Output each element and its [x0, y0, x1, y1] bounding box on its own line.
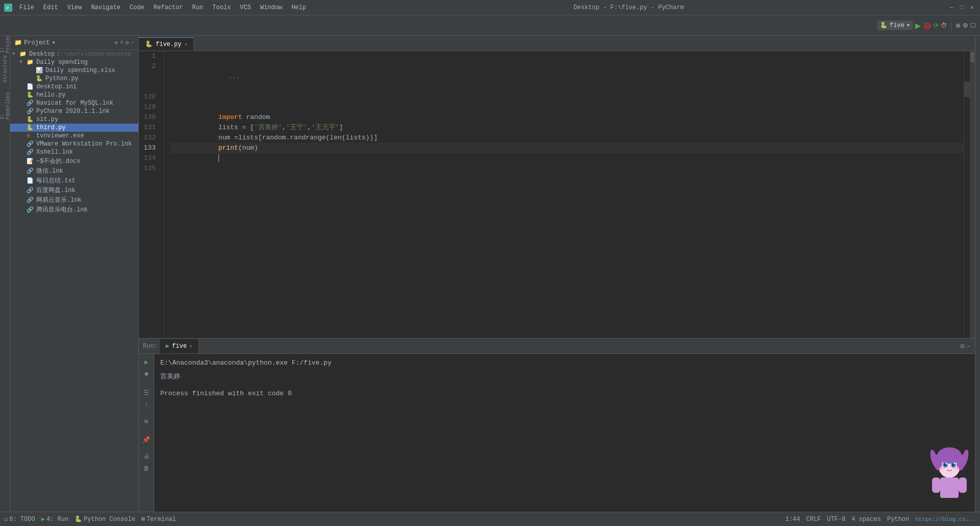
branch-indicator[interactable]: Python	[887, 516, 909, 523]
maximize-button[interactable]: □	[958, 4, 966, 12]
project-sidebar-toggle[interactable]: 1: Project	[1, 38, 10, 47]
favorites-toggle[interactable]: 2: Favorites	[1, 101, 10, 110]
project-minimize-btn[interactable]: –	[131, 39, 134, 46]
project-header-title: 📁 Project ▾	[14, 39, 56, 46]
run-pin-btn[interactable]: 📌	[141, 435, 152, 445]
run-tab-five[interactable]: ▶ five ✕	[160, 339, 199, 353]
title-bar-menu: File Edit View Navigate Code Refactor Ru…	[15, 3, 310, 12]
tree-item-sit-py[interactable]: 🐍 sit.py	[10, 115, 138, 124]
tree-item-docx[interactable]: 📝 ~$不会的.docx	[10, 156, 138, 166]
project-settings-btn[interactable]: ⚙	[126, 39, 129, 46]
python-console-btn[interactable]: 🐍 Python Console	[75, 515, 135, 523]
right-scrollbar[interactable]	[970, 51, 975, 338]
locate-file-btn[interactable]: ⊕	[115, 39, 118, 46]
tree-item-tvnviewer[interactable]: ⚙ tvnviewer.exe	[10, 132, 138, 140]
layout-button[interactable]: ☐	[970, 22, 976, 29]
title-bar: P File Edit View Navigate Code Refactor …	[0, 0, 980, 15]
menu-tools[interactable]: Tools	[208, 3, 235, 12]
run-minimize-btn[interactable]: –	[967, 342, 971, 350]
minimize-button[interactable]: ─	[947, 4, 955, 12]
line-num-132: 132	[139, 133, 160, 143]
run-expand-btn[interactable]: ⊞	[141, 416, 152, 426]
crlf-indicator[interactable]: CRLF	[806, 516, 821, 523]
run-dump-btn[interactable]: ☰	[141, 388, 152, 398]
tree-item-desktop-ini[interactable]: 📄 desktop.ini	[10, 83, 138, 91]
line-num-1: 1	[139, 51, 160, 61]
run-config-selector[interactable]: 🐍 five ▾	[877, 20, 913, 30]
project-icon: 📁	[14, 39, 22, 46]
debug-button[interactable]: 🐞	[923, 21, 932, 30]
run-bottom-icon: ▶	[41, 515, 45, 523]
tree-item-daily-txt[interactable]: 📄 每日总结.txt	[10, 176, 138, 185]
tree-item-pycharm-lnk[interactable]: 🔗 PyCharm 2020.1.1.lnk	[10, 107, 138, 115]
tree-item-xshell-lnk[interactable]: 🔗 Xshell.lnk	[10, 148, 138, 156]
run-sort-btn[interactable]: ↕	[141, 400, 152, 410]
terminal-btn[interactable]: ⊞ Terminal	[141, 515, 176, 523]
tree-item-hello-py[interactable]: 🐍 hello.py	[10, 91, 138, 99]
menu-view[interactable]: View	[63, 3, 86, 12]
todo-label: 6: TODO	[9, 516, 35, 523]
menu-edit[interactable]: Edit	[39, 3, 62, 12]
tree-item-vmware-lnk[interactable]: 🔗 VMware Workstation Pro.lnk	[10, 140, 138, 148]
tree-item-daily-spending[interactable]: ▼ 📁 Daily spending	[10, 58, 138, 66]
charset-indicator[interactable]: UTF-8	[827, 516, 845, 523]
editor-area: 🐍 five.py ✕ 1 2 128 129 130 131 132 133 …	[139, 36, 975, 512]
tab-close-btn[interactable]: ✕	[184, 41, 187, 47]
code-line-134	[170, 153, 964, 163]
menu-help[interactable]: Help	[287, 3, 310, 12]
line-num-130: 130	[139, 112, 160, 123]
line-col-indicator[interactable]: 1:44	[786, 516, 800, 523]
project-tree: ▼ 📁 Desktop C:\Users\33066\Desktop ▼ 📁 D…	[10, 50, 138, 512]
project-panel: 📁 Project ▾ ⊕ ≡ ⚙ – ▼ 📁 Desktop	[10, 36, 139, 512]
tab-icon: 🐍	[145, 40, 153, 48]
minimap-thumb[interactable]	[964, 82, 970, 97]
run-content: ▶ ■ ☰ ↕ ⊞ 📌 🖨 🗑 E:\Anaconda	[139, 354, 975, 512]
run-settings-btn[interactable]: ⚙	[960, 342, 964, 350]
terminal-label: Terminal	[146, 516, 176, 523]
collapse-all-btn[interactable]: ≡	[120, 39, 124, 46]
tree-label-tvnviewer: tvnviewer.exe	[36, 132, 84, 139]
menu-file[interactable]: File	[15, 3, 38, 12]
tree-item-python-py[interactable]: 🐍 Python.py	[10, 75, 138, 83]
run-print-btn[interactable]: 🖨	[141, 451, 152, 461]
todo-btn[interactable]: ☑ 6: TODO	[4, 515, 35, 523]
menu-vcs[interactable]: VCS	[236, 3, 255, 12]
tree-item-desktop[interactable]: ▼ 📁 Desktop C:\Users\33066\Desktop	[10, 50, 138, 58]
tree-item-wechat-lnk[interactable]: 🔗 微信.lnk	[10, 166, 138, 176]
menu-navigate[interactable]: Navigate	[87, 3, 125, 12]
menu-code[interactable]: Code	[126, 3, 149, 12]
editor-tabs: 🐍 five.py ✕	[139, 36, 975, 51]
run-with-coverage-button[interactable]: ⟳	[934, 22, 939, 29]
tree-label-baidu: 百度网盘.lnk	[36, 186, 76, 195]
menu-window[interactable]: Window	[256, 3, 286, 12]
run-stop-btn[interactable]: ■	[141, 369, 152, 379]
git-button[interactable]: ⊕	[955, 22, 961, 29]
tree-label-daily-txt: 每日总结.txt	[36, 176, 76, 185]
tree-item-navicat-lnk[interactable]: 🔗 Navicat for MySQL.lnk	[10, 99, 138, 107]
run-btn[interactable]: ▶ 4: Run	[41, 515, 68, 523]
tree-item-netease-lnk[interactable]: 🔗 网易云音乐.lnk	[10, 195, 138, 205]
code-line-2: ...	[170, 61, 964, 71]
menu-run[interactable]: Run	[188, 3, 207, 12]
tree-item-third-py[interactable]: 🐍 third.py	[10, 124, 138, 132]
run-trash-btn[interactable]: 🗑	[141, 463, 152, 473]
project-dropdown-icon[interactable]: ▾	[52, 39, 55, 46]
indent-indicator[interactable]: 4 spaces	[851, 516, 881, 523]
code-content[interactable]: ... import random lists = ['宫美婷','王宁','王…	[164, 51, 964, 338]
code-line-129: import random	[170, 102, 964, 112]
run-tab-close[interactable]: ✕	[189, 343, 192, 349]
run-button[interactable]: ▶	[915, 21, 921, 30]
tab-five-py[interactable]: 🐍 five.py ✕	[139, 37, 194, 51]
close-button[interactable]: ✕	[968, 4, 976, 12]
settings-icon-top[interactable]: ⚙	[963, 22, 968, 29]
menu-refactor[interactable]: Refactor	[150, 3, 187, 12]
tree-item-baidu-lnk[interactable]: 🔗 百度网盘.lnk	[10, 185, 138, 195]
tree-item-tencent-lnk[interactable]: 🔗 腾讯音乐电台.lnk	[10, 205, 138, 214]
structure-sidebar-toggle[interactable]: Structure	[1, 64, 10, 74]
tree-label-third-py: third.py	[36, 124, 66, 131]
profile-button[interactable]: ⏱	[941, 22, 947, 29]
tree-item-daily-spending-xlsx[interactable]: 📊 Daily spending.xlsx	[10, 66, 138, 75]
middle-section: 1: Project Structure 2: Favorites 📁 Proj…	[0, 36, 980, 512]
tree-label-desktop: Desktop	[29, 51, 55, 58]
run-rerun-btn[interactable]: ▶	[141, 357, 152, 367]
